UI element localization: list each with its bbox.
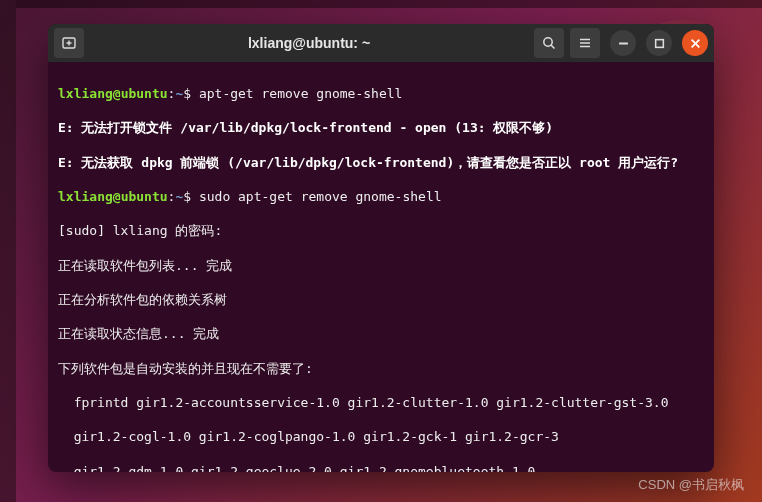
svg-point-3 [544,38,552,46]
watermark-text: CSDN @书启秋枫 [638,476,744,494]
menu-button[interactable] [570,28,600,58]
package-list-line: gir1.2-cogl-1.0 gir1.2-coglpango-1.0 gir… [58,428,704,445]
output-line: 正在分析软件包的依赖关系树 [58,291,704,308]
command-text: sudo apt-get remove gnome-shell [199,189,442,204]
prompt-user: lxliang [58,86,113,101]
output-line: 下列软件包是自动安装的并且现在不需要了: [58,360,704,377]
error-line: E: 无法打开锁文件 /var/lib/dpkg/lock-frontend -… [58,119,704,136]
minimize-icon [618,38,629,49]
window-title: lxliang@ubuntu: ~ [90,35,528,51]
package-list-line: fprintd gir1.2-accountsservice-1.0 gir1.… [58,394,704,411]
close-button[interactable] [682,30,708,56]
package-list-line: gir1.2-gdm-1.0 gir1.2-geoclue-2.0 gir1.2… [58,463,704,472]
prompt-at: @ [113,86,121,101]
dock-sidebar [0,0,16,502]
desktop-background: lxliang@ubuntu: ~ lxliang@ubuntu:~$ apt-… [0,0,762,502]
search-icon [541,35,557,51]
titlebar[interactable]: lxliang@ubuntu: ~ [48,24,714,62]
new-tab-button[interactable] [54,28,84,58]
desktop-topbar [16,0,762,8]
terminal-window: lxliang@ubuntu: ~ lxliang@ubuntu:~$ apt-… [48,24,714,472]
prompt-host: ubuntu [121,86,168,101]
close-icon [690,38,701,49]
svg-line-4 [551,45,554,48]
error-line: E: 无法获取 dpkg 前端锁 (/var/lib/dpkg/lock-fro… [58,154,704,171]
hamburger-icon [577,35,593,51]
output-line: 正在读取状态信息... 完成 [58,325,704,342]
svg-rect-9 [655,39,663,47]
sudo-prompt: [sudo] lxliang 的密码: [58,222,704,239]
output-line: 正在读取软件包列表... 完成 [58,257,704,274]
minimize-button[interactable] [610,30,636,56]
maximize-button[interactable] [646,30,672,56]
terminal-output[interactable]: lxliang@ubuntu:~$ apt-get remove gnome-s… [48,62,714,472]
search-button[interactable] [534,28,564,58]
command-text: apt-get remove gnome-shell [199,86,403,101]
new-tab-icon [61,35,77,51]
maximize-icon [654,38,665,49]
